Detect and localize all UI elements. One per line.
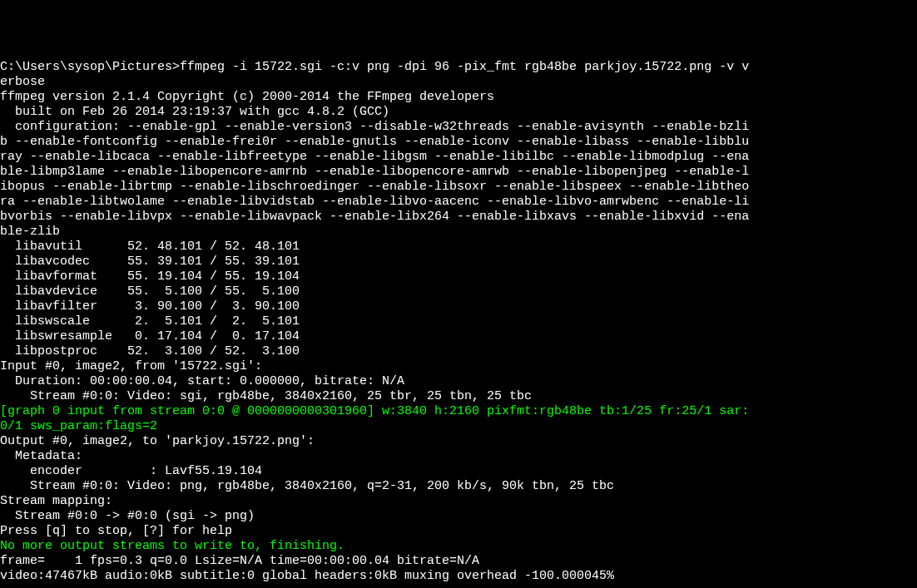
output-line: libavdevice 55. 5.100 / 55. 5.100 bbox=[0, 284, 300, 299]
output-line: Press [q] to stop, [?] for help bbox=[0, 524, 232, 538]
output-line: ffmpeg version 2.1.4 Copyright (c) 2000-… bbox=[0, 90, 494, 104]
output-line: Duration: 00:00:00.04, start: 0.000000, … bbox=[0, 374, 404, 388]
output-line: b --enable-fontconfig --enable-frei0r --… bbox=[0, 135, 749, 149]
output-line: libswscale 2. 5.101 / 2. 5.101 bbox=[0, 314, 300, 329]
output-line: libavfilter 3. 90.100 / 3. 90.100 bbox=[0, 299, 300, 314]
output-line: libavformat 55. 19.104 / 55. 19.104 bbox=[0, 269, 300, 284]
output-line: ble-zlib bbox=[0, 225, 60, 239]
output-line: Input #0, image2, from '15722.sgi': bbox=[0, 359, 262, 373]
output-line: configuration: --enable-gpl --enable-ver… bbox=[0, 120, 749, 134]
output-line: libpostproc 52. 3.100 / 52. 3.100 bbox=[0, 344, 300, 358]
command-text-wrap: erbose bbox=[0, 75, 45, 89]
output-line: ble-libmp3lame --enable-libopencore-amrn… bbox=[0, 165, 749, 179]
output-line-info: No more output streams to write to, fini… bbox=[0, 539, 344, 553]
output-line: Output #0, image2, to 'parkjoy.15722.png… bbox=[0, 434, 315, 448]
output-line: frame= 1 fps=0.3 q=0.0 Lsize=N/A time=00… bbox=[0, 554, 479, 568]
output-line-info: 0/1 sws_param:flags=2 bbox=[0, 419, 157, 433]
output-line: Stream #0:0: Video: png, rgb48be, 3840x2… bbox=[0, 479, 614, 493]
command-text: ffmpeg -i 15722.sgi -c:v png -dpi 96 -pi… bbox=[180, 60, 749, 74]
output-line: video:47467kB audio:0kB subtitle:0 globa… bbox=[0, 569, 614, 583]
output-line: built on Feb 26 2014 23:19:37 with gcc 4… bbox=[0, 105, 389, 119]
output-line: ra --enable-libtwolame --enable-libvidst… bbox=[0, 195, 749, 209]
terminal-output[interactable]: C:\Users\sysop\Pictures>ffmpeg -i 15722.… bbox=[0, 60, 917, 588]
output-line-info: [graph 0 input from stream 0:0 @ 0000000… bbox=[0, 404, 749, 418]
output-line: ray --enable-libcaca --enable-libfreetyp… bbox=[0, 150, 749, 164]
output-line: ibopus --enable-librtmp --enable-libschr… bbox=[0, 180, 749, 194]
output-line: Stream #0:0 -> #0:0 (sgi -> png) bbox=[0, 509, 255, 523]
output-line: libavutil 52. 48.101 / 52. 48.101 bbox=[0, 240, 300, 254]
output-line: libswresample 0. 17.104 / 0. 17.104 bbox=[0, 329, 300, 343]
output-line: Metadata: bbox=[0, 449, 82, 463]
output-line: Stream mapping: bbox=[0, 494, 112, 508]
output-line: bvorbis --enable-libvpx --enable-libwavp… bbox=[0, 210, 749, 224]
output-line: encoder : Lavf55.19.104 bbox=[0, 464, 262, 478]
prompt-path: C:\Users\sysop\Pictures> bbox=[0, 60, 180, 74]
output-line: Stream #0:0: Video: sgi, rgb48be, 3840x2… bbox=[0, 389, 532, 403]
output-line: libavcodec 55. 39.101 / 55. 39.101 bbox=[0, 254, 300, 269]
